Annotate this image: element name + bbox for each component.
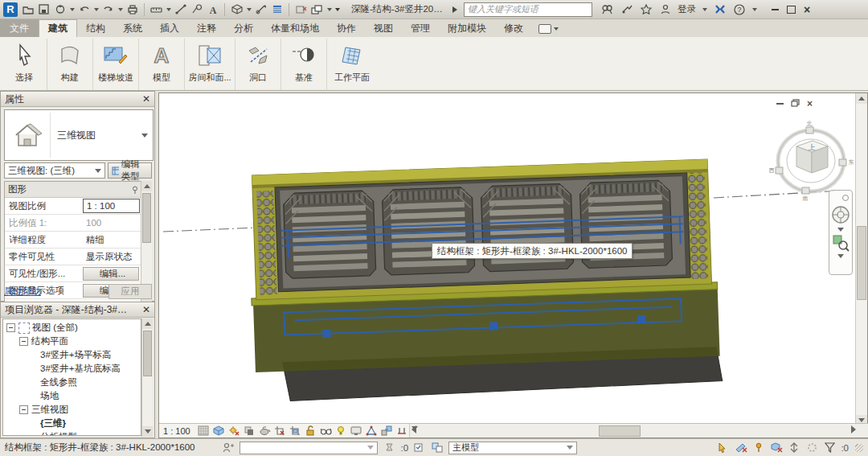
steering-wheel-dropdown-icon[interactable] [837,228,844,232]
revit-logo[interactable]: R [3,2,18,17]
switch-windows-dropdown-icon[interactable] [327,8,332,11]
panel-datum[interactable]: 基准 [281,39,327,90]
reveal-constraints-icon[interactable] [395,425,409,437]
visual-style-icon[interactable] [212,425,226,437]
redo-icon[interactable] [101,2,115,16]
user-icon[interactable] [658,2,672,16]
favorites-star-icon[interactable] [639,2,653,16]
shadows-icon[interactable] [243,425,256,437]
select-by-face-toggle-icon[interactable] [770,442,783,454]
panel-workplane[interactable]: 工作平面 [327,39,377,90]
show-crop-region-icon[interactable] [289,425,302,437]
viewcube[interactable]: 北 东 南 西 上 [769,121,854,201]
tab-analyze[interactable]: 分析 [225,20,262,37]
design-options-combo[interactable]: 主模型 [448,442,577,454]
file-tab[interactable]: 文件 [0,19,39,37]
properties-close-icon[interactable]: ✕ [142,93,150,105]
switch-windows-icon[interactable] [310,2,324,16]
view-restore-icon[interactable] [791,98,800,109]
scroll-right-icon[interactable] [851,425,856,433]
panel-room-area[interactable]: 房间和面... [185,39,235,90]
compass-west-tick[interactable] [776,167,783,174]
scroll-thumb[interactable] [143,331,152,376]
parts-visibility-field[interactable]: 显示原状态 [83,251,141,263]
compass-north-tick[interactable] [806,127,813,134]
title-expand-icon[interactable] [452,6,457,13]
select-pinned-toggle-icon[interactable] [752,442,765,454]
navbar-collapse-icon[interactable] [832,194,850,202]
scroll-up-icon[interactable] [142,318,153,329]
collapse-icon[interactable] [19,405,28,414]
section-icon[interactable] [254,2,268,16]
worksets-combo[interactable] [240,442,378,454]
properties-help-link[interactable]: 属性帮助 [4,286,41,298]
background-processes-icon[interactable] [805,442,818,454]
render-dialog-icon[interactable] [258,425,272,437]
sync-icon[interactable] [53,2,67,16]
zoom-dropdown-icon[interactable] [837,254,844,258]
displacement-sets-icon[interactable] [380,425,394,437]
measure-dropdown-icon[interactable] [166,8,171,11]
visibility-graphics-edit-button[interactable]: 编辑... [83,267,139,281]
print-icon[interactable] [125,2,139,16]
ribbon-display-toggle[interactable] [538,24,559,34]
tab-architecture[interactable]: 建筑 [39,19,77,37]
scroll-thumb[interactable] [142,193,151,243]
analytical-model-icon[interactable] [365,425,379,437]
temporary-view-properties-icon[interactable] [350,425,363,437]
steering-wheel-icon[interactable] [831,204,850,225]
reveal-hidden-elements-icon[interactable] [334,425,348,437]
tab-insert[interactable]: 插入 [151,20,188,37]
view-minimize-icon[interactable] [776,103,784,105]
exchange-apps-icon[interactable] [713,2,727,16]
vertical-scrollbar[interactable] [855,93,867,425]
tree-item-views-root[interactable]: 视图 (全部) [3,321,141,335]
signin-dropdown-icon[interactable] [702,8,707,11]
save-icon[interactable] [37,2,51,16]
pin-icon[interactable] [131,186,139,194]
signin-label[interactable]: 登录 [678,3,696,15]
horizontal-scrollbar[interactable] [409,424,868,438]
tab-view[interactable]: 视图 [365,20,402,37]
editable-only-icon[interactable] [413,442,426,454]
browser-scrollbar[interactable] [141,318,153,437]
measure-icon[interactable] [149,2,163,16]
sync-dropdown-icon[interactable] [70,8,75,11]
type-selector-dropdown-icon[interactable] [141,134,148,138]
tree-item-plan-1[interactable]: 3#竖井+场平标高 [3,348,141,362]
tab-structure[interactable]: 结构 [77,20,114,37]
default-3d-view-dropdown-icon[interactable] [247,8,252,11]
default-3d-view-icon[interactable] [230,2,244,16]
close-hidden-windows-icon[interactable] [294,2,308,16]
type-selector[interactable]: 三维视图 [4,109,154,161]
tab-massing-site[interactable]: 体量和场地 [262,20,328,37]
grid-reference-line[interactable] [163,228,256,232]
tab-modify[interactable]: 修改 [495,20,532,37]
model-3d-view[interactable]: 北 东 南 西 上 [159,93,858,425]
help-icon[interactable]: ? [732,2,746,16]
tab-manage[interactable]: 管理 [402,20,439,37]
drag-on-selection-toggle-icon[interactable] [788,442,800,454]
tab-collaborate[interactable]: 协作 [328,20,365,37]
editing-requests-icon[interactable] [383,442,395,454]
scroll-thumb[interactable] [599,425,641,437]
compass-east-tick[interactable] [839,159,846,166]
section-graphics[interactable]: 图形 [5,182,141,198]
properties-header[interactable]: 属性 ✕ [1,92,154,107]
tree-item-3d-views[interactable]: 三维视图 [3,403,141,417]
tab-systems[interactable]: 系统 [114,20,151,37]
search-icon[interactable] [600,2,614,16]
scroll-left-icon[interactable] [411,425,416,433]
tree-item-3d-current[interactable]: {三维} [3,417,141,430]
project-browser-header[interactable]: 项目浏览器 - 深隧-结构-3#竖井20180... ✕ [1,302,154,318]
design-options-icon[interactable] [431,442,444,454]
panel-select[interactable]: 选择 [2,39,47,90]
view-scale-input[interactable]: 1 : 100 [83,199,140,213]
tree-item-plan-4[interactable]: 场地 [3,389,141,403]
tree-item-plan-2[interactable]: 3#竖井+基坑底标高 [3,362,141,376]
sun-path-icon[interactable] [227,425,241,437]
panel-build[interactable]: 构建 [47,39,93,90]
edit-type-button[interactable]: 编辑类型 [108,162,152,179]
panel-stairs-ramp[interactable]: 楼梯坡道 [93,39,139,90]
undo-icon[interactable] [77,2,91,16]
